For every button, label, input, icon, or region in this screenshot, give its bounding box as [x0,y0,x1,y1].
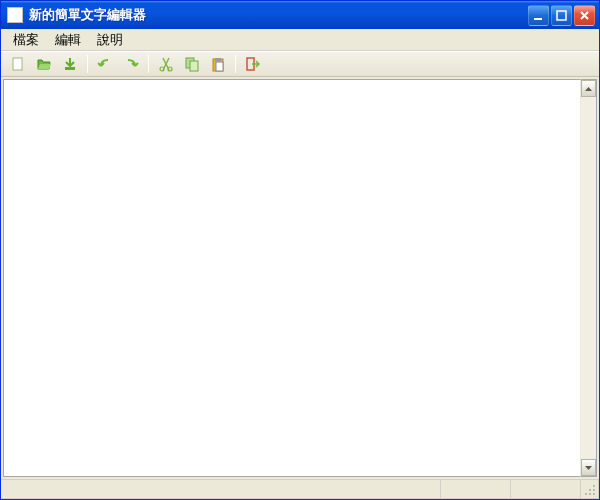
app-window: 新的簡單文字編輯器 檔案 編輯 說明 [0,0,600,500]
copy-button[interactable] [181,53,203,75]
svg-point-15 [585,493,587,495]
close-icon [579,10,590,21]
resize-grip[interactable] [581,480,599,499]
chevron-up-icon [585,87,592,91]
minimize-button[interactable] [528,5,549,26]
toolbar-separator [235,55,236,73]
status-main [1,480,441,499]
svg-rect-10 [216,62,223,71]
exit-icon [245,56,261,72]
svg-rect-7 [190,61,198,71]
status-cell-1 [441,480,511,499]
app-icon [7,7,23,23]
toolbar-separator [148,55,149,73]
menubar: 檔案 編輯 說明 [1,29,599,51]
scroll-down-button[interactable] [581,459,596,476]
vertical-scrollbar[interactable] [580,79,597,477]
maximize-icon [556,10,567,21]
svg-point-13 [589,489,591,491]
new-file-icon [10,56,26,72]
svg-point-14 [593,489,595,491]
svg-rect-0 [534,18,542,20]
exit-button[interactable] [242,53,264,75]
svg-point-17 [593,493,595,495]
content-area [1,77,599,479]
paste-clipboard-icon [210,56,226,72]
save-disk-icon [62,56,78,72]
close-button[interactable] [574,5,595,26]
open-button[interactable] [33,53,55,75]
undo-icon [97,56,113,72]
svg-rect-9 [215,58,221,61]
status-cell-2 [511,480,581,499]
paste-button[interactable] [207,53,229,75]
resize-grip-icon [584,484,596,496]
chevron-down-icon [585,466,592,470]
svg-point-12 [593,485,595,487]
svg-point-16 [589,493,591,495]
svg-rect-2 [13,58,22,70]
minimize-icon [533,10,544,21]
menu-help[interactable]: 說明 [89,29,131,51]
scroll-up-button[interactable] [581,80,596,97]
toolbar [1,51,599,77]
save-button[interactable] [59,53,81,75]
menu-edit[interactable]: 編輯 [47,29,89,51]
cut-scissors-icon [158,56,174,72]
svg-rect-1 [557,11,566,20]
new-button[interactable] [7,53,29,75]
statusbar [1,479,599,499]
cut-button[interactable] [155,53,177,75]
menu-file[interactable]: 檔案 [5,29,47,51]
toolbar-separator [87,55,88,73]
undo-button[interactable] [94,53,116,75]
copy-icon [184,56,200,72]
window-controls [528,5,595,26]
titlebar: 新的簡單文字編輯器 [1,1,599,29]
scroll-track[interactable] [581,97,596,459]
maximize-button[interactable] [551,5,572,26]
redo-button[interactable] [120,53,142,75]
window-title: 新的簡單文字編輯器 [29,6,528,24]
redo-icon [123,56,139,72]
text-editor[interactable] [3,79,580,477]
svg-rect-3 [65,67,75,70]
open-folder-icon [36,56,52,72]
